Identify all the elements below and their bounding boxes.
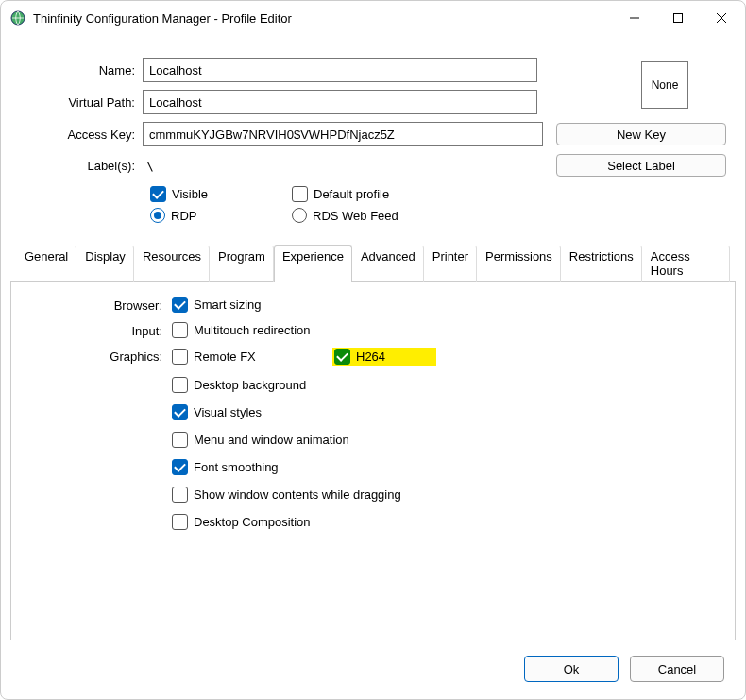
vpath-label: Virtual Path:	[20, 95, 143, 110]
tab-general[interactable]: General	[16, 245, 76, 282]
tab-resources[interactable]: Resources	[134, 245, 210, 282]
desk-comp-checkbox[interactable]: Desktop Composition	[172, 514, 436, 530]
labels-value: \	[143, 159, 154, 173]
remotefx-checkbox[interactable]: Remote FX	[172, 348, 276, 366]
menu-anim-label: Menu and window animation	[194, 433, 349, 447]
default-profile-checkbox[interactable]: Default profile	[292, 186, 396, 202]
maximize-button[interactable]	[656, 3, 700, 33]
font-smoothing-checkbox[interactable]: Font smoothing	[172, 459, 436, 475]
show-drag-label: Show window contents while dragging	[194, 487, 401, 502]
rds-label: RDS Web Feed	[313, 209, 398, 223]
tabstrip: General Display Resources Program Experi…	[10, 244, 736, 282]
tab-permissions[interactable]: Permissions	[477, 245, 561, 282]
titlebar: Thinfinity Configuration Manager - Profi…	[1, 1, 745, 35]
name-label: Name:	[20, 63, 143, 77]
multitouch-label: Multitouch redirection	[194, 323, 311, 337]
profile-editor-window: Thinfinity Configuration Manager - Profi…	[0, 0, 746, 700]
show-drag-checkbox[interactable]: Show window contents while dragging	[172, 487, 436, 503]
tab-program[interactable]: Program	[210, 245, 274, 282]
multitouch-checkbox[interactable]: Multitouch redirection	[172, 322, 311, 338]
h264-checkbox[interactable]: H264	[332, 348, 436, 366]
app-icon	[10, 10, 25, 26]
new-key-button[interactable]: New Key	[556, 123, 726, 145]
remotefx-label: Remote FX	[194, 350, 256, 364]
svg-rect-1	[674, 14, 683, 23]
tab-restrictions[interactable]: Restrictions	[561, 245, 642, 282]
desk-comp-label: Desktop Composition	[194, 515, 311, 529]
default-profile-label: Default profile	[314, 187, 389, 201]
visible-label: Visible	[172, 187, 208, 201]
h264-label: H264	[356, 350, 385, 364]
rds-radio[interactable]: RDS Web Feed	[292, 208, 398, 223]
smart-sizing-checkbox[interactable]: Smart sizing	[172, 297, 276, 313]
labels-label: Label(s):	[20, 159, 143, 173]
input-section-label: Input:	[30, 322, 172, 338]
visual-styles-checkbox[interactable]: Visual styles	[172, 404, 436, 420]
close-button[interactable]	[700, 3, 743, 33]
select-label-button[interactable]: Select Label	[556, 154, 726, 177]
tab-experience[interactable]: Experience	[274, 245, 352, 282]
window-title: Thinfinity Configuration Manager - Profi…	[33, 11, 613, 26]
desktop-bg-label: Desktop background	[194, 378, 306, 392]
tab-printer[interactable]: Printer	[424, 245, 477, 282]
rdp-radio[interactable]: RDP	[150, 208, 254, 223]
experience-panel: Browser: Smart sizing Input: Multitouch …	[10, 282, 736, 640]
akey-label: Access Key:	[20, 128, 143, 142]
visual-styles-label: Visual styles	[194, 405, 262, 419]
browser-section-label: Browser:	[30, 297, 172, 313]
icon-preview-button[interactable]: None	[641, 61, 688, 109]
virtual-path-input[interactable]	[143, 90, 537, 114]
cancel-button[interactable]: Cancel	[630, 656, 724, 682]
ok-button[interactable]: Ok	[524, 656, 619, 682]
smart-sizing-label: Smart sizing	[194, 298, 262, 312]
rdp-label: RDP	[171, 209, 196, 223]
dialog-footer: Ok Cancel	[1, 640, 745, 699]
minimize-button[interactable]	[613, 3, 656, 33]
form-area: Name: Virtual Path: None Access Key: New…	[1, 35, 745, 229]
access-key-input[interactable]	[143, 122, 543, 146]
name-input[interactable]	[143, 58, 537, 82]
tab-advanced[interactable]: Advanced	[352, 245, 424, 282]
visible-checkbox[interactable]: Visible	[150, 186, 254, 202]
desktop-bg-checkbox[interactable]: Desktop background	[172, 377, 436, 393]
menu-anim-checkbox[interactable]: Menu and window animation	[172, 432, 436, 448]
graphics-section-label: Graphics:	[30, 348, 172, 530]
font-smoothing-label: Font smoothing	[194, 460, 279, 474]
tab-access-hours[interactable]: Access Hours	[642, 245, 730, 282]
tab-display[interactable]: Display	[76, 245, 134, 282]
